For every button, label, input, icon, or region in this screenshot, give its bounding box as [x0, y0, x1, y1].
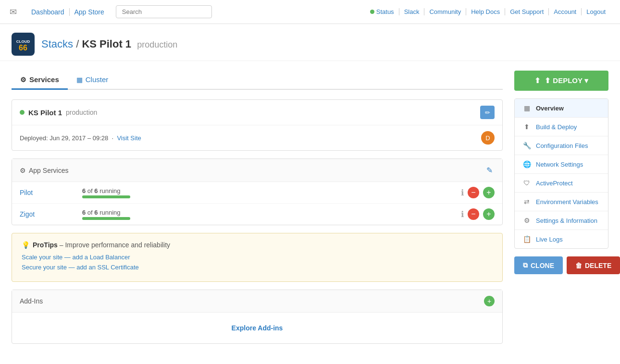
tab-bar: ⚙ Services ▦ Cluster [12, 71, 503, 90]
protips-link-ssl[interactable]: Secure your site — add an SSL Certificat… [22, 264, 493, 271]
mail-icon[interactable]: ✉ [10, 7, 17, 17]
sidebar-item-overview[interactable]: ▦ Overview [515, 99, 608, 118]
sidebar-live-logs-label[interactable]: Live Logs [536, 236, 563, 243]
protips-title: 💡 ProTips – Improve performance and reli… [22, 241, 493, 249]
delete-label: DELETE [585, 262, 611, 269]
sidebar-nav: ▦ Overview ⬆ Build & Deploy 🔧 Configurat… [514, 98, 608, 249]
sidebar-item-env-vars[interactable]: ⇄ Environment Variables [515, 193, 608, 211]
edit-stack-button[interactable]: ✏ [480, 106, 495, 119]
zigot-scale-down[interactable]: − [468, 208, 479, 220]
zigot-status-col: 6 of 6 running [82, 209, 130, 220]
visit-site-link[interactable]: Visit Site [117, 134, 141, 142]
stack-card-header: KS Pilot 1 production ✏ [12, 100, 502, 125]
services-tab-icon: ⚙ [20, 76, 26, 84]
services-card-header: ⚙ App Services ✎ [12, 159, 502, 182]
nav-getsupport[interactable]: Get Support [505, 8, 549, 15]
zigot-info-icon[interactable]: ℹ [461, 209, 464, 219]
page-header: CLOUD 66 Stacks / KS Pilot 1 production [0, 24, 620, 61]
deploy-activity-button[interactable]: D [481, 131, 495, 145]
search-input[interactable] [116, 5, 212, 18]
addins-card: Add-Ins + Explore Add-ins [12, 290, 503, 344]
deploy-button[interactable]: ⬆ ⬆ DEPLOY ▾ [514, 71, 608, 91]
breadcrumb-stack-name: KS Pilot 1 [82, 38, 131, 50]
sidebar-item-activeprotect[interactable]: 🛡 ActiveProtect [515, 174, 608, 193]
breadcrumb-stacks[interactable]: Stacks [41, 38, 73, 50]
deploy-up-icon: ⬆ [534, 76, 541, 85]
nav-account[interactable]: Account [549, 8, 582, 15]
protips-link-loadbalancer[interactable]: Scale your site — add a Load Balancer [22, 254, 493, 261]
zigot-progress-fill [82, 217, 130, 220]
tab-services[interactable]: ⚙ Services [12, 71, 68, 90]
top-nav: ✉ Dashboard App Store Status Slack Commu… [0, 0, 620, 24]
sidebar-overview-label: Overview [536, 105, 564, 112]
clone-icon: ⧉ [523, 261, 528, 269]
edit-services-button[interactable]: ✎ [484, 164, 495, 177]
addins-add-button[interactable]: + [484, 296, 495, 306]
zigot-actions: ℹ − + [461, 208, 495, 220]
sidebar: ⬆ ⬆ DEPLOY ▾ ▦ Overview ⬆ Build & Deploy… [514, 71, 608, 344]
clone-button[interactable]: ⧉ CLONE [514, 256, 563, 274]
service-row-zigot: Zigot 6 of 6 running ℹ − + [12, 204, 502, 225]
tab-cluster[interactable]: ▦ Cluster [68, 71, 117, 90]
sidebar-activeprotect-label[interactable]: ActiveProtect [536, 180, 573, 187]
nav-community[interactable]: Community [424, 8, 466, 15]
pilot-scale-down[interactable]: − [468, 187, 479, 198]
nav-slack[interactable]: Slack [399, 8, 425, 15]
clone-label: CLONE [531, 262, 554, 269]
explore-addins-link[interactable]: Explore Add-ins [232, 324, 283, 332]
main-content: ⚙ Services ▦ Cluster KS Pilot 1 producti… [12, 71, 503, 344]
status-dot [370, 10, 374, 14]
nav-status[interactable]: Status [365, 8, 399, 15]
nav-links: Dashboard App Store [26, 8, 109, 16]
stack-name-label: KS Pilot 1 [28, 109, 62, 117]
delete-button[interactable]: 🗑 DELETE [567, 256, 620, 274]
nav-helpdocs[interactable]: Help Docs [466, 8, 505, 15]
sidebar-item-live-logs[interactable]: 📋 Live Logs [515, 230, 608, 248]
nav-logout[interactable]: Logout [582, 8, 610, 15]
deploy-label: ⬆ DEPLOY ▾ [545, 76, 588, 85]
sidebar-item-settings[interactable]: ⚙ Settings & Information [515, 211, 608, 230]
sidebar-config-files-label[interactable]: Configuration Files [536, 142, 588, 149]
settings-icon: ⚙ [522, 217, 531, 224]
sidebar-settings-label[interactable]: Settings & Information [536, 217, 597, 224]
service-row-pilot: Pilot 6 of 6 running ℹ − + [12, 182, 502, 204]
pilot-scale-up[interactable]: + [483, 187, 495, 198]
activeprotect-icon: 🛡 [522, 179, 531, 187]
sidebar-env-vars-label[interactable]: Environment Variables [536, 198, 598, 206]
pilot-link[interactable]: Pilot [20, 189, 33, 196]
sidebar-item-network[interactable]: 🌐 Network Settings [515, 155, 608, 174]
stack-env-label: production [66, 109, 97, 116]
service-name-zigot: Zigot [20, 210, 82, 218]
sidebar-item-build-deploy[interactable]: ⬆ Build & Deploy [515, 118, 608, 136]
env-vars-icon: ⇄ [522, 198, 531, 206]
services-gear-icon: ⚙ [20, 167, 26, 174]
main-layout: ⚙ Services ▦ Cluster KS Pilot 1 producti… [0, 61, 620, 353]
sidebar-build-deploy-label[interactable]: Build & Deploy [536, 123, 577, 131]
delete-icon: 🗑 [575, 262, 582, 269]
action-buttons: ⧉ CLONE 🗑 DELETE [514, 256, 608, 274]
app-services-card: ⚙ App Services ✎ Pilot 6 of 6 running [12, 158, 503, 225]
stack-status-card: KS Pilot 1 production ✏ Deployed: Jun 29… [12, 99, 503, 151]
pilot-info-icon[interactable]: ℹ [461, 188, 464, 198]
svg-text:66: 66 [19, 44, 27, 52]
addins-title: Add-Ins [20, 297, 43, 305]
addins-body: Explore Add-ins [12, 313, 502, 343]
pilot-running-text: 6 of 6 running [82, 187, 130, 194]
build-deploy-icon: ⬆ [522, 123, 531, 131]
nav-appstore[interactable]: App Store [70, 8, 109, 16]
deployed-info: Deployed: Jun 29, 2017 – 09:28 · Visit S… [20, 134, 141, 142]
zigot-progress-bar [82, 217, 130, 220]
network-icon: 🌐 [522, 160, 531, 168]
lightbulb-icon: 💡 [22, 241, 30, 249]
sidebar-network-label[interactable]: Network Settings [536, 161, 583, 168]
nav-dashboard[interactable]: Dashboard [26, 8, 70, 16]
svg-text:CLOUD: CLOUD [16, 39, 30, 44]
zigot-running-text: 6 of 6 running [82, 209, 130, 216]
zigot-scale-up[interactable]: + [483, 208, 495, 220]
nav-right-links: Status Slack Community Help Docs Get Sup… [365, 8, 610, 15]
zigot-link[interactable]: Zigot [20, 210, 35, 218]
stack-status-dot [20, 110, 25, 115]
services-title-label: App Services [29, 167, 68, 174]
service-name-pilot: Pilot [20, 189, 82, 196]
sidebar-item-config-files[interactable]: 🔧 Configuration Files [515, 136, 608, 155]
